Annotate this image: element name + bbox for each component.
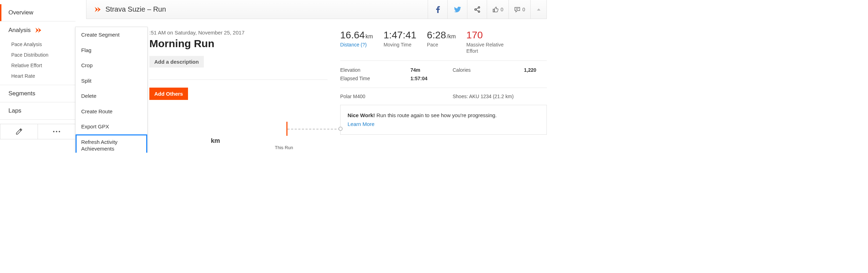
svg-point-2 — [478, 11, 479, 12]
menu-create-route[interactable]: Create Route — [76, 104, 147, 119]
nice-work-box: Nice Work! Run this route again to see h… — [340, 105, 547, 135]
gear-row: Polar M400 Shoes: AKU 1234 (21.2 km) — [340, 88, 547, 105]
activity-title: Morning Run — [149, 38, 328, 50]
chevron-right-icon — [34, 26, 42, 34]
chart-caption: This Run — [275, 145, 293, 150]
shoes-name: Shoes: AKU 1234 (21.2 km) — [453, 94, 514, 99]
distance-label-link[interactable]: Distance (?) — [340, 42, 373, 48]
twitter-icon — [454, 7, 461, 12]
nav-laps[interactable]: Laps — [0, 102, 76, 119]
share-icon — [474, 6, 480, 13]
elevation-value: 74m — [410, 67, 453, 73]
add-others-button[interactable]: Add Others — [149, 88, 188, 100]
add-description-button[interactable]: Add a description — [149, 56, 204, 68]
actions-dropdown: Create Segment Flag Crop Split Delete Cr… — [75, 27, 148, 153]
nav-analysis-label: Analysis — [8, 27, 31, 34]
nav-relative-effort[interactable]: Relative Effort — [0, 60, 76, 71]
distance-unit: km — [365, 33, 373, 39]
progress-chart: km This Run — [149, 125, 328, 153]
kudos-button[interactable]: 0 — [487, 0, 509, 19]
bottom-actions — [0, 124, 76, 139]
sidebar: Overview Analysis Pace Analysis Pace Dis… — [0, 0, 76, 153]
twitter-share-button[interactable] — [447, 0, 467, 19]
pace-value: 6:28 — [427, 30, 446, 40]
device-name: Polar M400 — [340, 94, 453, 99]
svg-line-4 — [476, 10, 478, 11]
more-button[interactable] — [38, 124, 75, 139]
triangle-up-icon — [537, 8, 541, 11]
edit-button[interactable] — [0, 124, 38, 139]
ellipsis-icon — [53, 131, 60, 132]
nice-work-bold: Nice Work! — [348, 112, 375, 118]
svg-point-1 — [474, 8, 476, 10]
collapse-button[interactable] — [530, 0, 546, 19]
activity-timestamp: :51 AM on Saturday, November 25, 2017 — [149, 30, 328, 36]
comment-icon — [514, 6, 520, 13]
chart-end-dot — [338, 127, 343, 131]
menu-export-gpx[interactable]: Export GPX — [76, 119, 147, 134]
facebook-icon — [436, 6, 440, 13]
nav-analysis[interactable]: Analysis — [0, 21, 76, 39]
pace-label: Pace — [427, 42, 456, 48]
menu-crop[interactable]: Crop — [76, 58, 147, 73]
top-stats: 16.64km Distance (?) 1:47:41 Moving Time… — [340, 30, 547, 61]
menu-refresh-achievements[interactable]: Refresh Activity Achievements — [76, 134, 147, 153]
effort-label: Massive Relative Effort — [466, 42, 512, 54]
nav-heart-rate[interactable]: Heart Rate — [0, 71, 76, 81]
moving-time-label: Moving Time — [383, 42, 416, 48]
strava-icon — [93, 6, 101, 13]
pace-unit: /km — [447, 33, 456, 39]
elapsed-label: Elapsed Time — [340, 76, 410, 81]
nav-overview[interactable]: Overview — [0, 4, 76, 21]
mid-stats: Elevation 74m Calories 1,220 Elapsed Tim… — [340, 61, 547, 88]
learn-more-link[interactable]: Learn More — [348, 120, 375, 128]
comments-count: 0 — [523, 7, 525, 12]
effort-value: 170 — [466, 30, 512, 41]
elapsed-value: 1:57:04 — [410, 76, 453, 81]
nav-pace-analysis[interactable]: Pace Analysis — [0, 39, 76, 50]
menu-split[interactable]: Split — [76, 73, 147, 89]
kudos-count: 0 — [501, 7, 504, 12]
pencil-icon — [15, 128, 22, 135]
header-bar: Strava Suzie – Run 0 0 — [86, 0, 547, 19]
facebook-share-button[interactable] — [428, 0, 447, 19]
svg-line-3 — [476, 8, 478, 9]
svg-point-0 — [478, 6, 479, 8]
moving-time-value: 1:47:41 — [383, 30, 416, 41]
nav-pace-distribution[interactable]: Pace Distribution — [0, 50, 76, 60]
km-label: km — [211, 137, 220, 145]
menu-create-segment[interactable]: Create Segment — [76, 27, 147, 43]
comments-button[interactable]: 0 — [509, 0, 530, 19]
nav-segments[interactable]: Segments — [0, 85, 76, 102]
thumbs-up-icon — [492, 6, 499, 13]
distance-value: 16.64 — [340, 30, 365, 40]
chart-dashed-line — [287, 129, 340, 129]
activity-header-title: Strava Suzie – Run — [105, 5, 166, 13]
share-button[interactable] — [467, 0, 487, 19]
nice-work-text: Run this route again to see how you're p… — [375, 112, 497, 118]
divider — [149, 80, 328, 80]
elevation-label: Elevation — [340, 67, 410, 73]
calories-value: 1,220 — [509, 67, 547, 73]
menu-delete[interactable]: Delete — [76, 88, 147, 104]
calories-label: Calories — [453, 67, 509, 73]
menu-flag[interactable]: Flag — [76, 43, 147, 58]
